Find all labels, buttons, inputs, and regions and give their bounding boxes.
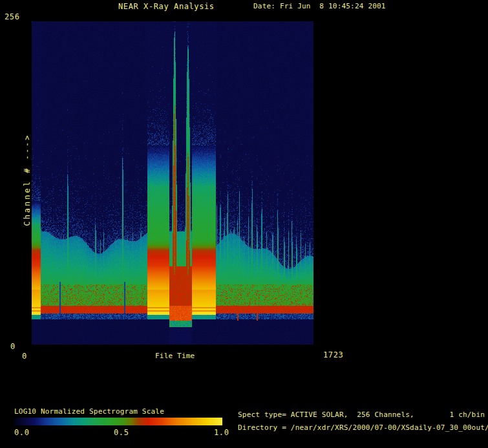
page-title: NEAR X-Ray Analysis: [118, 3, 215, 11]
date-label: Date: Fri Jun 8 10:45:24 2001: [253, 3, 386, 10]
spectrogram-plot-area: [32, 21, 313, 345]
colorbar-tick-mid: 0.5: [114, 429, 129, 437]
colorbar-tick-max: 1.0: [214, 429, 229, 437]
y-axis-min-label: 0: [10, 343, 16, 351]
colorbar-title: LOG10 Normalized Spectrogram Scale: [14, 408, 164, 416]
x-axis-title: File Time: [155, 352, 195, 360]
spectrogram-canvas: [32, 21, 313, 345]
y-axis-max-label: 256: [5, 13, 19, 21]
x-axis-max-label: 1723: [323, 351, 343, 359]
colorbar-tick-min: 0.0: [14, 429, 29, 437]
near-xray-analysis-window: NEAR X-Ray Analysis Date: Fri Jun 8 10:4…: [0, 0, 488, 448]
directory-info: Directory = /near/xdr/XRS/2000/07-00/XSd…: [238, 424, 488, 432]
spect-type-info: Spect type= ACTIVE SOLAR, 256 Channels, …: [238, 411, 485, 419]
x-axis-min-label: 0: [22, 352, 27, 361]
y-axis-title: Channel # --->: [23, 133, 32, 226]
colorbar-gradient: [14, 418, 222, 425]
